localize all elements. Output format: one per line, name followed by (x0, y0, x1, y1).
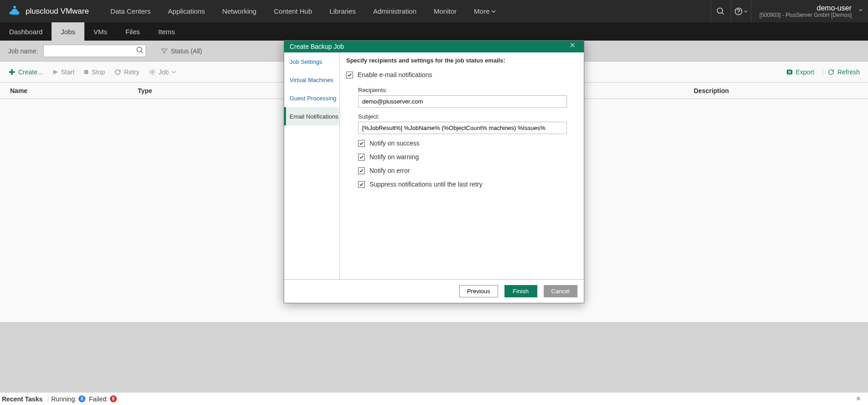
create-backup-job-modal: Create Backup Job Job Settings Virtual M… (284, 40, 584, 303)
wizard-sidebar: Job Settings Virtual Machines Guest Proc… (284, 52, 340, 279)
wizard-heading: Specify recipients and settings for the … (346, 57, 577, 64)
wizard-body: Specify recipients and settings for the … (340, 52, 584, 279)
check-icon (359, 141, 364, 146)
check-icon (359, 168, 364, 173)
suppress-row: Suppress notifications until the last re… (358, 181, 577, 188)
close-icon (569, 42, 576, 48)
suppress-label: Suppress notifications until the last re… (369, 181, 482, 188)
modal-title: Create Backup Job (290, 43, 344, 50)
check-icon (359, 182, 364, 187)
subject-label: Subject: (358, 113, 577, 120)
check-icon (359, 155, 364, 160)
previous-button[interactable]: Previous (459, 285, 498, 297)
notify-success-row: Notify on success (358, 140, 577, 147)
modal-close-button[interactable] (569, 42, 578, 51)
notify-error-label: Notify on error (369, 167, 410, 174)
recipients-label: Recipients: (358, 87, 577, 93)
notify-error-row: Notify on error (358, 167, 577, 174)
notify-warning-label: Notify on warning (369, 153, 419, 161)
wizard-step-email-notifications[interactable]: Email Notifications (284, 107, 339, 125)
check-icon (347, 73, 352, 78)
cancel-button[interactable]: Cancel (544, 285, 577, 297)
suppress-checkbox[interactable] (358, 181, 365, 188)
modal-backdrop: Create Backup Job Job Settings Virtual M… (0, 0, 868, 405)
notify-success-label: Notify on success (369, 140, 420, 147)
notify-error-checkbox[interactable] (358, 167, 365, 174)
wizard-step-job-settings[interactable]: Job Settings (284, 52, 339, 71)
enable-email-checkbox[interactable] (346, 72, 353, 78)
notify-warning-row: Notify on warning (358, 153, 577, 161)
modal-title-bar: Create Backup Job (284, 41, 584, 52)
notify-success-checkbox[interactable] (358, 140, 365, 147)
enable-email-label: Enable e-mail notifications (358, 71, 432, 78)
subject-input[interactable] (358, 122, 567, 134)
wizard-step-guest-processing[interactable]: Guest Processing (284, 89, 339, 107)
notify-warning-checkbox[interactable] (358, 154, 365, 161)
recipients-input[interactable] (358, 95, 567, 108)
enable-email-row: Enable e-mail notifications (346, 71, 577, 78)
wizard-step-virtual-machines[interactable]: Virtual Machines (284, 71, 339, 89)
finish-button[interactable]: Finish (504, 285, 537, 297)
modal-footer: Previous Finish Cancel (284, 279, 584, 303)
